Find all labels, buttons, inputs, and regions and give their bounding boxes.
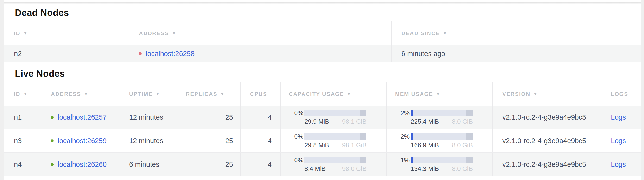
- column-header-label: DEAD SINCE: [401, 30, 440, 36]
- column-header-address[interactable]: ADDRESS ▼: [41, 82, 120, 106]
- mem-used-value: 166.9 MiB: [411, 142, 439, 149]
- column-header-label: ID: [14, 91, 20, 97]
- right-margin-strip: [641, 0, 644, 180]
- column-header-capacity-usage[interactable]: CAPACITY USAGE ▼: [281, 82, 387, 106]
- uptime-cell: 6 minutes: [120, 153, 178, 176]
- capacity-used-value: 29.9 MiB: [304, 118, 329, 125]
- usage-bar-endcap: [360, 133, 366, 140]
- logs-cell: Logs: [601, 129, 641, 152]
- column-header-id[interactable]: ID ▼: [4, 82, 41, 106]
- column-header-label: ADDRESS: [51, 91, 81, 97]
- logs-link[interactable]: Logs: [611, 160, 626, 168]
- dead-since-cell: 6 minutes ago: [392, 46, 641, 62]
- mem-usage-cell: 1% 134.3 MiB 8.0 GiB: [387, 153, 493, 176]
- sort-desc-icon[interactable]: ▼: [172, 31, 176, 36]
- capacity-percent-label: 0%: [289, 109, 303, 117]
- sort-desc-icon[interactable]: ▼: [534, 92, 538, 96]
- column-header-label: CPUS: [250, 91, 267, 97]
- node-id-cell: n2: [4, 46, 130, 62]
- sort-desc-icon[interactable]: ▼: [23, 92, 28, 96]
- live-node-status-icon: [50, 163, 54, 166]
- sort-desc-icon[interactable]: ▼: [156, 92, 160, 96]
- sort-desc-icon[interactable]: ▼: [443, 31, 448, 36]
- capacity-usage-cell: 0% 29.8 MiB 98.1 GiB: [281, 129, 387, 152]
- live-nodes-header-row: ID ▼ ADDRESS ▼ UPTIME ▼ REPLICAS ▼ CPUS: [4, 82, 641, 106]
- usage-bar-endcap: [360, 157, 366, 163]
- usage-bar-fill: [411, 110, 413, 116]
- uptime-cell: 12 minutes: [120, 129, 178, 152]
- sort-desc-icon[interactable]: ▼: [220, 92, 225, 96]
- mem-usage-bar: [411, 133, 473, 140]
- live-node-row: n4 localhost:26260 6 minutes 25 4 0%: [4, 153, 641, 176]
- live-node-row: n1 localhost:26257 12 minutes 25 4 0%: [4, 106, 641, 129]
- logs-link[interactable]: Logs: [611, 113, 626, 121]
- node-address-cell: localhost:26259: [41, 129, 120, 152]
- column-header-replicas[interactable]: REPLICAS ▼: [178, 82, 241, 106]
- replicas-cell: 25: [178, 106, 241, 129]
- column-header-label: REPLICAS: [186, 91, 218, 97]
- column-header-label: ADDRESS: [139, 30, 169, 36]
- node-address-link[interactable]: localhost:26260: [58, 160, 106, 168]
- node-address-cell: localhost:26260: [41, 153, 120, 176]
- column-header-label: CAPACITY USAGE: [289, 91, 344, 97]
- mem-percent-label: 2%: [395, 109, 410, 117]
- sort-desc-icon[interactable]: ▼: [347, 92, 352, 96]
- node-address-link[interactable]: localhost:26258: [146, 50, 194, 58]
- mem-total-value: 8.0 GiB: [452, 118, 473, 125]
- column-header-label: VERSION: [502, 91, 530, 97]
- capacity-usage-bar: [304, 110, 366, 116]
- node-address-link[interactable]: localhost:26259: [58, 137, 106, 145]
- mem-used-value: 134.3 MiB: [411, 165, 439, 172]
- live-node-status-icon: [50, 139, 54, 142]
- top-shadow-divider: [4, 2, 641, 4]
- capacity-usage-bar: [304, 133, 366, 140]
- mem-total-value: 8.0 GiB: [452, 165, 473, 172]
- column-header-address[interactable]: ADDRESS ▼: [130, 22, 392, 46]
- replicas-cell: 25: [178, 153, 241, 176]
- top-spacer: [4, 0, 641, 2]
- node-address-link[interactable]: localhost:26257: [58, 113, 106, 121]
- column-header-label: LOGS: [611, 91, 628, 97]
- capacity-used-value: 29.8 MiB: [304, 142, 329, 149]
- version-cell: v2.1.0-rc.2-4-g3e9a4e9bc5: [493, 153, 601, 176]
- mem-usage-bar: [411, 157, 473, 163]
- cpus-cell: 4: [241, 106, 281, 129]
- live-nodes-title: Live Nodes: [15, 68, 641, 79]
- column-header-mem-usage[interactable]: MEM USAGE ▼: [387, 82, 493, 106]
- sort-desc-icon[interactable]: ▼: [436, 92, 440, 96]
- dead-nodes-title-wrap: Dead Nodes: [4, 4, 641, 22]
- dead-node-row: n2 localhost:26258 6 minutes ago: [4, 46, 641, 62]
- live-node-row: n3 localhost:26259 12 minutes 25 4 0%: [4, 129, 641, 153]
- column-header-id[interactable]: ID ▼: [4, 22, 130, 46]
- column-header-uptime[interactable]: UPTIME ▼: [120, 82, 178, 106]
- capacity-total-value: 98.1 GiB: [342, 142, 366, 149]
- mem-percent-label: 2%: [395, 133, 410, 140]
- node-id-cell: n1: [4, 106, 41, 129]
- usage-bar-endcap: [466, 157, 473, 163]
- logs-link[interactable]: Logs: [611, 137, 626, 145]
- mem-percent-label: 1%: [395, 156, 410, 164]
- column-header-cpus[interactable]: CPUS: [241, 82, 281, 106]
- capacity-total-value: 98.1 GiB: [342, 118, 366, 125]
- node-address-cell: localhost:26258: [130, 46, 392, 62]
- usage-bar-endcap: [466, 110, 473, 116]
- usage-bar-endcap: [360, 110, 366, 116]
- dead-nodes-header-row: ID ▼ ADDRESS ▼ DEAD SINCE ▼: [4, 22, 641, 46]
- column-header-label: UPTIME: [129, 91, 153, 97]
- capacity-total-value: 98.0 GiB: [342, 165, 366, 172]
- sort-desc-icon[interactable]: ▼: [84, 92, 88, 96]
- node-id-cell: n4: [4, 153, 41, 176]
- mem-usage-bar: [411, 110, 473, 116]
- sort-desc-icon[interactable]: ▼: [23, 31, 28, 36]
- logs-cell: Logs: [601, 106, 641, 129]
- capacity-usage-bar: [304, 157, 366, 163]
- dead-nodes-title: Dead Nodes: [15, 8, 641, 18]
- logs-cell: Logs: [601, 153, 641, 176]
- mem-total-value: 8.0 GiB: [452, 142, 473, 149]
- node-address-cell: localhost:26257: [41, 106, 120, 129]
- live-nodes-title-wrap: Live Nodes: [4, 62, 641, 82]
- column-header-version[interactable]: VERSION ▼: [493, 82, 601, 106]
- column-header-label: ID: [14, 30, 20, 36]
- node-id-cell: n3: [4, 129, 41, 152]
- column-header-dead-since[interactable]: DEAD SINCE ▼: [392, 22, 641, 46]
